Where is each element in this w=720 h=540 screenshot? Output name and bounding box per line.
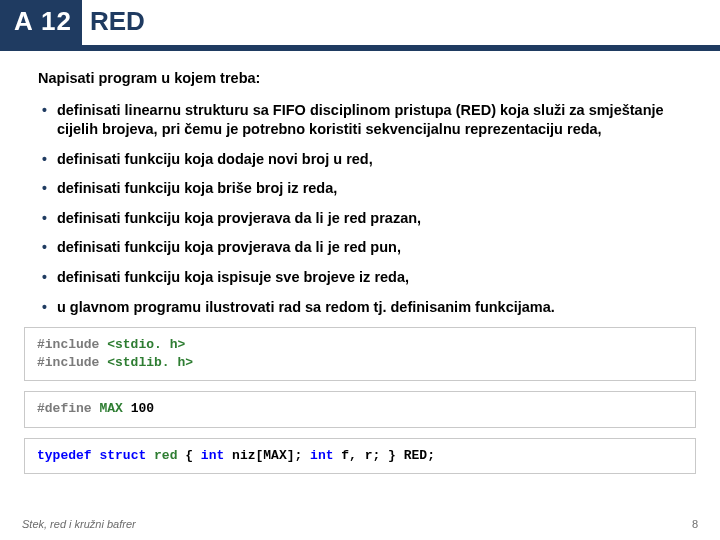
bullet-list: •definisati linearnu strukturu sa FIFO d… <box>38 101 690 318</box>
list-item: •definisati funkciju koja provjerava da … <box>42 238 690 258</box>
intro-text: Napisati program u kojem treba: <box>38 69 690 89</box>
bullet-icon: • <box>42 209 47 229</box>
list-item: •definisati funkciju koja provjerava da … <box>42 209 690 229</box>
code-block-includes: #include <stdio. h> #include <stdlib. h> <box>24 327 696 381</box>
content: Napisati program u kojem treba: •definis… <box>0 51 720 317</box>
code-block-define: #define MAX 100 <box>24 391 696 427</box>
page-number: 8 <box>692 518 698 530</box>
code-block-typedef: typedef struct red { int niz[MAX]; int f… <box>24 438 696 474</box>
bullet-icon: • <box>42 150 47 170</box>
list-item: •u glavnom programu ilustrovati rad sa r… <box>42 298 690 318</box>
bullet-icon: • <box>42 298 47 318</box>
bullet-icon: • <box>42 268 47 288</box>
list-item: •definisati funkciju koja briše broj iz … <box>42 179 690 199</box>
list-item: •definisati funkciju koja dodaje novi br… <box>42 150 690 170</box>
slide-title: RED <box>82 0 145 45</box>
list-item: •definisati linearnu strukturu sa FIFO d… <box>42 101 690 140</box>
bullet-icon: • <box>42 238 47 258</box>
bullet-icon: • <box>42 101 47 140</box>
list-item: •definisati funkciju koja ispisuje sve b… <box>42 268 690 288</box>
bullet-icon: • <box>42 179 47 199</box>
footer-text: Stek, red i kružni bafrer <box>22 518 136 530</box>
footer: Stek, red i kružni bafrer 8 <box>0 518 720 530</box>
header: A 12 RED <box>0 0 720 45</box>
slide-badge: A 12 <box>0 0 82 45</box>
